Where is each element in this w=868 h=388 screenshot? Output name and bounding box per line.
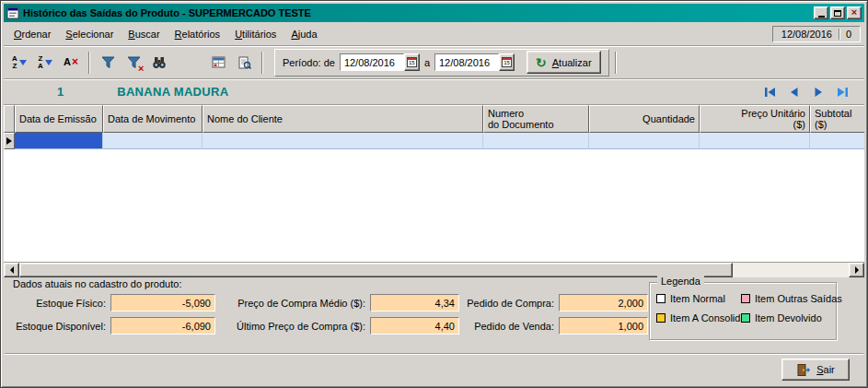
- period-from-field: 12/08/2016 15: [340, 53, 420, 71]
- legend-item-label: Item Outras Saídas: [755, 293, 842, 304]
- left-arrow-icon: [10, 266, 14, 274]
- sort-ascending-button[interactable]: A Z: [7, 51, 31, 74]
- clear-filter-button[interactable]: ×: [122, 51, 145, 74]
- record-bar: 1 BANANA MADURA: [4, 79, 864, 105]
- item-devolvido-swatch: [741, 313, 750, 323]
- grid-cell[interactable]: [483, 133, 589, 149]
- column-header-data-de-emissao[interactable]: Data de Emissão: [15, 105, 103, 133]
- menu-ordenar[interactable]: Ordenar: [7, 26, 57, 42]
- last-record-button[interactable]: [833, 84, 851, 100]
- clear-filter-icon: ×: [127, 56, 141, 69]
- filter-button[interactable]: [96, 51, 120, 74]
- first-record-button[interactable]: [761, 84, 780, 100]
- details-caption: Dados atuais no cadastro do produto:: [13, 278, 185, 289]
- details-fields: Estoque Físico: -5,090 Preço de Compra M…: [11, 294, 648, 335]
- ultimo-preco-compra-label: Último Preço de Compra ($):: [220, 321, 365, 332]
- column-header-quantidade[interactable]: Quantidade: [589, 105, 700, 133]
- atualizar-button[interactable]: ↻ Atualizar: [527, 51, 601, 74]
- record-index: 1: [57, 85, 64, 99]
- next-record-button[interactable]: [809, 84, 827, 100]
- toolbar-separator: [261, 52, 263, 74]
- period-from-input[interactable]: 12/08/2016: [340, 53, 404, 71]
- menu-relatorios[interactable]: Relatórios: [168, 26, 227, 42]
- divider: [5, 353, 863, 355]
- legend-item-label: Item Normal: [670, 293, 725, 304]
- grid-cell[interactable]: [203, 133, 483, 149]
- menu-buscar[interactable]: Buscar: [122, 26, 166, 42]
- next-record-icon: [811, 86, 826, 99]
- letter-a: A: [64, 57, 71, 67]
- red-cross-icon: ×: [138, 64, 144, 73]
- sair-label: Sair: [816, 364, 835, 375]
- previous-record-icon: [787, 86, 802, 99]
- item-normal-swatch: [656, 294, 665, 303]
- current-row-arrow-icon: [6, 137, 12, 145]
- magnifier-document-icon: [237, 56, 251, 69]
- menu-utilitarios[interactable]: Utilitários: [228, 26, 283, 42]
- preview-button[interactable]: [232, 51, 256, 74]
- item-a-consolidar-swatch: [656, 313, 665, 323]
- refresh-icon: ↻: [536, 56, 547, 69]
- scrollbar-track[interactable]: [19, 263, 849, 277]
- previous-record-button[interactable]: [785, 84, 804, 100]
- pedido-venda-label: Pedido de Venda:: [464, 321, 554, 332]
- menubar-date: 12/08/2016: [781, 29, 832, 40]
- column-header-preco-unitario[interactable]: Preço Unitário ($): [700, 105, 810, 133]
- sort-letters: A Z: [12, 55, 17, 70]
- period-to-label: a: [424, 57, 430, 68]
- row-marker: [4, 133, 15, 149]
- grid-cell[interactable]: [103, 133, 203, 149]
- period-to-input[interactable]: 12/08/2016: [434, 53, 499, 71]
- grid-cell[interactable]: [700, 133, 810, 149]
- close-button[interactable]: ×: [847, 6, 862, 19]
- last-record-icon: [835, 86, 850, 99]
- calendar-day: 15: [409, 59, 415, 66]
- scrollbar-thumb[interactable]: [19, 263, 733, 277]
- legend-items: Item Normal Item Outras Saídas Item A Co…: [650, 283, 836, 323]
- down-arrow-icon: [19, 60, 27, 65]
- horizontal-scrollbar: [4, 262, 864, 277]
- menubar: Ordenar Selecionar Buscar Relatórios Uti…: [4, 22, 864, 46]
- sair-button[interactable]: Sair: [781, 359, 850, 381]
- pedido-compra-label: Pedido de Compra:: [464, 298, 554, 309]
- period-to-field: 12/08/2016 15: [434, 53, 515, 71]
- menubar-counter: 0: [846, 29, 851, 40]
- sort-descending-icon: Z A: [38, 55, 52, 70]
- sort-descending-button[interactable]: Z A: [33, 51, 57, 74]
- scroll-right-button[interactable]: [849, 263, 864, 277]
- column-header-numero-do-documento[interactable]: Numero do Documento: [483, 105, 589, 133]
- sort-ascending-icon: A Z: [12, 55, 27, 70]
- column-header-subtotal[interactable]: Subtotal ($): [810, 105, 864, 133]
- exit-door-icon: [796, 363, 810, 377]
- atualizar-label: Atualizar: [552, 57, 592, 68]
- period-from-calendar-button[interactable]: 15: [404, 53, 420, 71]
- grid-header: Data de Emissão Data de Movimento Nome d…: [4, 105, 864, 133]
- maximize-button[interactable]: [830, 6, 845, 19]
- remove-sort-button[interactable]: A ×: [59, 51, 83, 74]
- legend-item-label: Item A Consolidar: [670, 312, 749, 323]
- grid-config-button[interactable]: [206, 51, 230, 74]
- period-to-calendar-button[interactable]: 15: [499, 53, 515, 71]
- grid-cell[interactable]: [589, 133, 700, 149]
- find-button[interactable]: [147, 51, 171, 74]
- grid-cell[interactable]: [810, 133, 864, 149]
- letter-a: A: [38, 63, 43, 70]
- scroll-left-button[interactable]: [4, 263, 19, 277]
- column-header-data-de-movimento[interactable]: Data de Movimento: [103, 105, 203, 133]
- window-controls: ×: [814, 6, 862, 19]
- pedido-venda-value: 1,000: [559, 317, 648, 335]
- footer: Sair: [4, 350, 864, 384]
- menu-ajuda[interactable]: Ajuda: [284, 26, 323, 42]
- minimize-button[interactable]: [814, 6, 828, 19]
- app-window: Histórico das Saídas do Produto - SUPERM…: [0, 0, 868, 388]
- period-label: Período: de: [283, 57, 335, 68]
- grid-cell-selected[interactable]: [15, 133, 103, 149]
- window-title: Histórico das Saídas do Produto - SUPERM…: [23, 7, 810, 18]
- menu-selecionar[interactable]: Selecionar: [59, 26, 120, 42]
- legend-item-a-consolidar: Item A Consolidar: [656, 312, 741, 323]
- legend-item-outras-saidas: Item Outras Saídas: [741, 293, 842, 304]
- binoculars-icon: [152, 56, 167, 69]
- titlebar: Histórico das Saídas do Produto - SUPERM…: [4, 4, 864, 22]
- column-header-nome-do-cliente[interactable]: Nome do Cliente: [203, 105, 483, 133]
- product-details-panel: Dados atuais no cadastro do produto: Est…: [4, 277, 864, 350]
